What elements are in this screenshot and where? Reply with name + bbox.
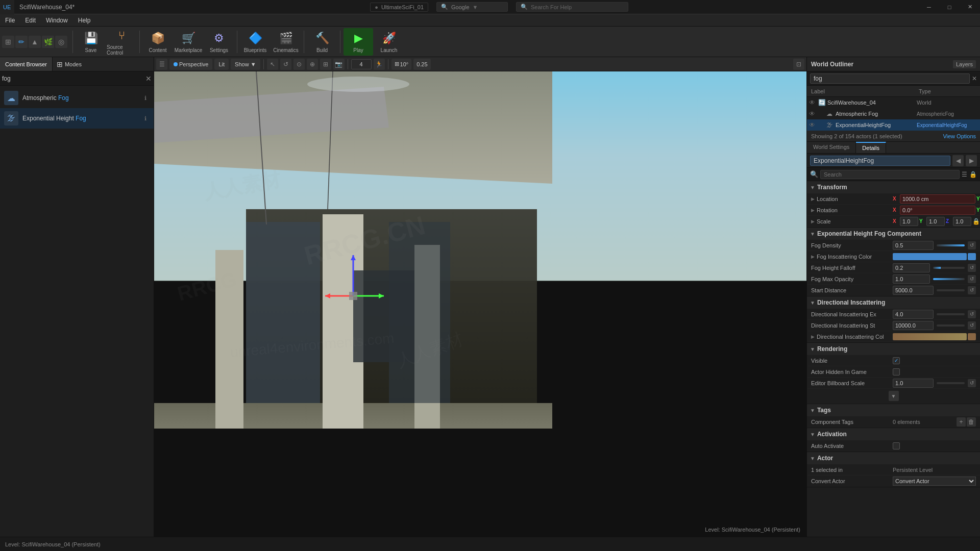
search-help-placeholder[interactable]: Search For Help	[531, 4, 572, 10]
launch-button[interactable]: 🚀 Launch	[374, 28, 404, 56]
vp-tool-3[interactable]: ⊙	[293, 59, 305, 70]
cinematics-button[interactable]: 🎬 Cinematics	[271, 28, 301, 56]
fog-density-input[interactable]	[893, 241, 934, 250]
play-button[interactable]: ▶ Play	[344, 28, 373, 56]
rotation-x-input[interactable]	[900, 206, 975, 215]
outliner-search-clear[interactable]: ✕	[972, 75, 977, 82]
details-view-toggle[interactable]: ☰	[962, 171, 967, 178]
mode-btn-4[interactable]: 🌿	[42, 36, 54, 48]
dir-color-expand[interactable]: ▶	[811, 334, 815, 339]
directional-header[interactable]: ▼ Directional Inscattering	[807, 296, 980, 309]
grid-snap-ctrl[interactable]: ⊞10°	[391, 59, 412, 70]
view-options-link[interactable]: View Options	[943, 133, 976, 139]
scale-z-input[interactable]	[953, 217, 971, 226]
dir-color-swatch[interactable]	[968, 333, 976, 340]
location-x-input[interactable]	[900, 194, 975, 204]
transform-header[interactable]: ▼ Transform	[807, 181, 980, 193]
menu-file[interactable]: File	[0, 14, 20, 26]
fog-inscattering-color-bar[interactable]	[893, 253, 967, 260]
fog-max-opacity-reset[interactable]: ↺	[968, 275, 976, 283]
auto-activate-checkbox[interactable]	[893, 442, 900, 449]
content-browser-tab[interactable]: Content Browser	[0, 57, 53, 71]
lighting-btn[interactable]: Lit	[214, 59, 229, 70]
mode-btn-3[interactable]: ▲	[29, 36, 41, 48]
save-button[interactable]: 💾 Save	[76, 28, 106, 56]
rotation-expand[interactable]: ▶	[811, 208, 815, 213]
location-expand[interactable]: ▶	[811, 196, 815, 202]
outliner-search-input[interactable]	[810, 73, 970, 84]
viewport-canvas[interactable]: RRCG.CN 人人素材 unreal4environments.com 人人素…	[154, 71, 806, 537]
fog-max-opacity-input[interactable]	[893, 274, 930, 284]
vp-speed-icon[interactable]: 🏃	[374, 59, 385, 70]
start-distance-slider[interactable]	[937, 289, 965, 291]
layers-button[interactable]: Layers	[953, 60, 976, 68]
menu-help[interactable]: Help	[73, 14, 96, 26]
fog-max-opacity-slider[interactable]	[933, 278, 965, 280]
build-button[interactable]: 🔨 Build	[307, 28, 337, 56]
dir-color-bar[interactable]	[893, 333, 967, 340]
outliner-item-world[interactable]: 👁 🔄 ScifiWarehouse_04 World	[807, 97, 980, 108]
asset-info-btn-2[interactable]: ℹ	[141, 114, 150, 122]
visible-checkbox[interactable]: ✓	[893, 357, 900, 364]
rendering-header[interactable]: ▼ Rendering	[807, 343, 980, 355]
mode-btn-2[interactable]: ✏	[15, 36, 28, 48]
vp-tool-6[interactable]: 📷	[333, 59, 345, 70]
fog-height-falloff-input[interactable]	[893, 263, 930, 272]
search-clear-button[interactable]: ✕	[145, 74, 152, 83]
actor-header[interactable]: ▼ Actor	[807, 452, 980, 464]
vp-tool-4[interactable]: ⊕	[307, 59, 318, 70]
actor-prev-btn[interactable]: ◀	[952, 155, 964, 166]
vp-tool-5[interactable]: ⊞	[320, 59, 331, 70]
fog-height-falloff-slider[interactable]	[933, 267, 965, 269]
fog-inscattering-swatch[interactable]	[968, 253, 976, 260]
dir-exp-slider[interactable]	[937, 313, 965, 315]
outliner-item-atm-fog[interactable]: 👁 ☁ Atmospheric Fog AtmosphericFog	[807, 108, 980, 119]
world-settings-tab[interactable]: World Settings	[807, 142, 856, 153]
convert-actor-dropdown[interactable]: Convert Actor	[893, 477, 976, 486]
menu-window[interactable]: Window	[41, 14, 73, 26]
activation-header[interactable]: ▼ Activation	[807, 428, 980, 440]
mode-btn-1[interactable]: ⊞	[2, 36, 14, 48]
blueprints-button[interactable]: 🔷 Blueprints	[240, 28, 270, 56]
dir-start-reset[interactable]: ↺	[968, 321, 976, 330]
dir-exponent-input[interactable]	[893, 310, 934, 319]
mode-btn-5[interactable]: ◎	[55, 36, 67, 48]
fog-density-reset[interactable]: ↺	[968, 241, 976, 249]
vp-menu-btn[interactable]: ☰	[156, 59, 167, 70]
search-input[interactable]	[2, 75, 143, 82]
source-control-button[interactable]: ⑂ Source Control	[107, 28, 136, 56]
vp-maximize-btn[interactable]: ⊡	[793, 59, 804, 70]
billboard-reset[interactable]: ↺	[968, 379, 976, 387]
scale-y-input[interactable]	[926, 217, 945, 226]
close-button[interactable]: ✕	[960, 0, 980, 14]
start-distance-input[interactable]	[893, 286, 934, 295]
scale-ctrl[interactable]: 0.25	[413, 59, 430, 70]
dir-exp-reset[interactable]: ↺	[968, 310, 976, 318]
tags-add-btn[interactable]: +	[957, 417, 966, 427]
tags-header[interactable]: ▼ Tags	[807, 404, 980, 416]
fog-density-slider[interactable]	[937, 244, 965, 246]
vp-tool-2[interactable]: ↺	[280, 59, 291, 70]
fog-height-falloff-reset[interactable]: ↺	[968, 264, 976, 272]
view-mode-btn[interactable]: Perspective	[169, 59, 212, 70]
start-distance-reset[interactable]: ↺	[968, 286, 976, 294]
marketplace-button[interactable]: 🛒 Marketplace	[174, 28, 203, 56]
tags-remove-btn[interactable]: 🗑	[967, 417, 976, 427]
content-button[interactable]: 📦 Content	[143, 28, 173, 56]
modes-button[interactable]: ⊞ Modes	[53, 57, 86, 71]
list-item[interactable]: 🌫 Exponential Height Fog ℹ	[0, 108, 154, 129]
outliner-item-exp-fog[interactable]: 👁 🌫 ExponentialHeightFog ExponentialHeig…	[807, 119, 980, 131]
scale-x-input[interactable]	[900, 217, 918, 226]
billboard-slider[interactable]	[937, 382, 965, 384]
menu-edit[interactable]: Edit	[20, 14, 41, 26]
rendering-expand-btn[interactable]: ▼	[889, 391, 899, 401]
actor-hidden-checkbox[interactable]	[893, 368, 900, 375]
scale-lock-icon[interactable]: 🔒	[972, 218, 980, 225]
actor-next-btn[interactable]: ▶	[966, 155, 977, 166]
show-btn[interactable]: Show ▼	[231, 59, 260, 70]
maximize-button[interactable]: □	[939, 0, 960, 14]
dir-start-slider[interactable]	[937, 324, 965, 327]
fog-ins-expand[interactable]: ▶	[811, 254, 815, 259]
settings-button[interactable]: ⚙ Settings	[204, 28, 234, 56]
list-item[interactable]: ☁ Atmospheric Fog ℹ	[0, 88, 154, 108]
